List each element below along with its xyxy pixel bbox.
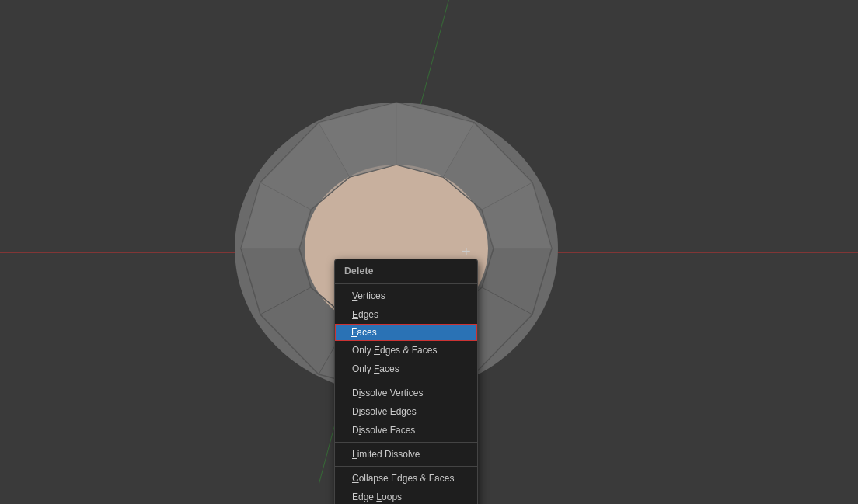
menu-item-limited-dissolve[interactable]: Limited Dissolve <box>335 445 477 464</box>
menu-item-only-faces[interactable]: Only Faces <box>335 360 477 378</box>
menu-title: Delete <box>335 262 477 281</box>
menu-separator-2 <box>335 381 477 381</box>
menu-item-faces[interactable]: Faces <box>335 324 477 341</box>
menu-item-edges[interactable]: Edges <box>335 305 477 324</box>
3d-viewport: Delete Vertices Edges Faces Only Edges &… <box>0 0 858 504</box>
menu-item-vertices[interactable]: Vertices <box>335 287 477 305</box>
menu-item-dissolve-edges[interactable]: Dissolve Edges <box>335 402 477 421</box>
menu-separator-4 <box>335 466 477 467</box>
menu-separator-top <box>335 283 477 284</box>
menu-item-dissolve-vertices[interactable]: Dissolve Vertices <box>335 384 477 402</box>
menu-separator-3 <box>335 442 477 443</box>
context-menu-delete: Delete Vertices Edges Faces Only Edges &… <box>334 259 478 504</box>
menu-item-only-edges-faces[interactable]: Only Edges & Faces <box>335 341 477 360</box>
menu-item-edge-loops[interactable]: Edge Loops <box>335 488 477 504</box>
menu-item-dissolve-faces[interactable]: Dissolve Faces <box>335 421 477 440</box>
menu-item-collapse-edges-faces[interactable]: Collapse Edges & Faces <box>335 469 477 488</box>
